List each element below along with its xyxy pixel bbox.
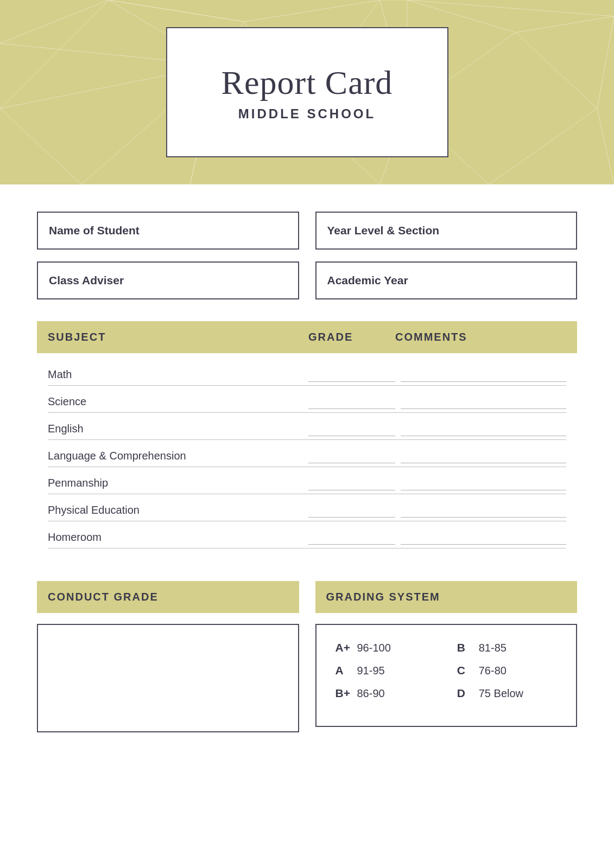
- grade-line[interactable]: [308, 371, 395, 382]
- main-content: Name of Student Year Level & Section Cla…: [0, 184, 614, 765]
- conduct-section: CONDUCT GRADE: [37, 581, 299, 732]
- subject-row: Physical Education: [48, 494, 566, 521]
- comment-line[interactable]: [401, 425, 566, 436]
- svg-line-16: [597, 16, 614, 108]
- year-level-field[interactable]: Year Level & Section: [315, 212, 578, 250]
- grade-range: 86-90: [357, 687, 385, 700]
- table-header: SUBJECT GRADE COMMENTS: [37, 321, 577, 353]
- academic-year-label: Academic Year: [327, 274, 408, 287]
- comment-line[interactable]: [401, 452, 566, 463]
- svg-line-3: [0, 0, 109, 108]
- report-card-title: Report Card: [221, 63, 393, 102]
- grade-range-2: 81-85: [479, 642, 507, 654]
- subject-name: Math: [48, 368, 308, 382]
- subject-row: Language & Comprehension: [48, 440, 566, 467]
- grade-range-2: 75 Below: [479, 687, 523, 700]
- page-header: Report Card MIDDLE SCHOOL: [0, 0, 614, 184]
- grade-item-right: D75 Below: [457, 687, 557, 700]
- svg-line-5: [0, 108, 81, 184]
- subject-name: Penmanship: [48, 477, 308, 490]
- conduct-box[interactable]: [37, 624, 299, 732]
- subject-row: Science: [48, 386, 566, 413]
- grade-letter: B+: [336, 687, 351, 700]
- grade-line[interactable]: [308, 398, 395, 409]
- col-comments: COMMENTS: [395, 331, 566, 343]
- grade-range: 91-95: [357, 665, 385, 677]
- subject-row: Homeroom: [48, 521, 566, 548]
- grade-item-left: B+86-90: [336, 687, 435, 700]
- grading-row: A+96-100B81-85: [336, 641, 558, 654]
- grading-header: GRADING SYSTEM: [315, 581, 578, 613]
- comment-line[interactable]: [401, 480, 566, 490]
- academic-year-field[interactable]: Academic Year: [315, 261, 578, 299]
- svg-line-15: [516, 33, 597, 108]
- grade-line[interactable]: [308, 480, 395, 490]
- grade-line[interactable]: [308, 534, 395, 545]
- comment-line[interactable]: [401, 507, 566, 518]
- grade-letter-2: D: [457, 687, 472, 700]
- col-subject: SUBJECT: [48, 331, 308, 343]
- bottom-section: CONDUCT GRADE GRADING SYSTEM A+96-100B81…: [37, 581, 577, 732]
- subjects-table: MathScienceEnglishLanguage & Comprehensi…: [37, 353, 577, 554]
- subject-row: English: [48, 413, 566, 440]
- subject-name: Homeroom: [48, 531, 308, 545]
- comment-line[interactable]: [401, 398, 566, 409]
- comment-line[interactable]: [401, 371, 566, 382]
- grade-line[interactable]: [308, 425, 395, 436]
- grade-item-right: C76-80: [457, 664, 557, 677]
- student-name-field[interactable]: Name of Student: [37, 212, 299, 250]
- grade-item-left: A91-95: [336, 664, 435, 677]
- svg-line-18: [489, 108, 597, 184]
- grade-item-right: B81-85: [457, 641, 557, 654]
- svg-line-17: [597, 108, 614, 184]
- info-row-2: Class Adviser Academic Year: [37, 261, 577, 299]
- grade-line[interactable]: [308, 452, 395, 463]
- grade-letter: A+: [336, 641, 351, 654]
- grade-range: 96-100: [357, 642, 391, 654]
- subject-name: Science: [48, 395, 308, 409]
- title-box: Report Card MIDDLE SCHOOL: [166, 27, 448, 157]
- col-grade: GRADE: [308, 331, 395, 343]
- year-level-label: Year Level & Section: [327, 224, 440, 237]
- svg-line-25: [244, 0, 380, 22]
- school-level-subtitle: MIDDLE SCHOOL: [238, 106, 376, 122]
- subject-name: Physical Education: [48, 504, 308, 518]
- subject-name: English: [48, 423, 308, 436]
- grade-line[interactable]: [308, 507, 395, 518]
- grading-section: GRADING SYSTEM A+96-100B81-85A91-95C76-8…: [315, 581, 578, 732]
- subject-row: Math: [48, 359, 566, 386]
- svg-line-14: [407, 0, 614, 16]
- svg-line-0: [0, 0, 109, 43]
- conduct-header: CONDUCT GRADE: [37, 581, 299, 613]
- grading-box: A+96-100B81-85A91-95C76-80B+86-90D75 Bel…: [315, 624, 578, 727]
- grading-row: B+86-90D75 Below: [336, 687, 558, 700]
- class-adviser-label: Class Adviser: [49, 274, 124, 287]
- info-row-1: Name of Student Year Level & Section: [37, 212, 577, 250]
- svg-line-11: [109, 0, 244, 22]
- grade-letter: A: [336, 664, 351, 677]
- grade-letter-2: C: [457, 664, 472, 677]
- grade-range-2: 76-80: [479, 665, 507, 677]
- class-adviser-field[interactable]: Class Adviser: [37, 261, 299, 299]
- svg-line-13: [516, 16, 614, 33]
- grade-item-left: A+96-100: [336, 641, 435, 654]
- subject-row: Penmanship: [48, 467, 566, 494]
- grading-row: A91-95C76-80: [336, 664, 558, 677]
- grade-letter-2: B: [457, 641, 472, 654]
- subject-name: Language & Comprehension: [48, 450, 308, 463]
- student-name-label: Name of Student: [49, 224, 140, 237]
- comment-line[interactable]: [401, 534, 566, 545]
